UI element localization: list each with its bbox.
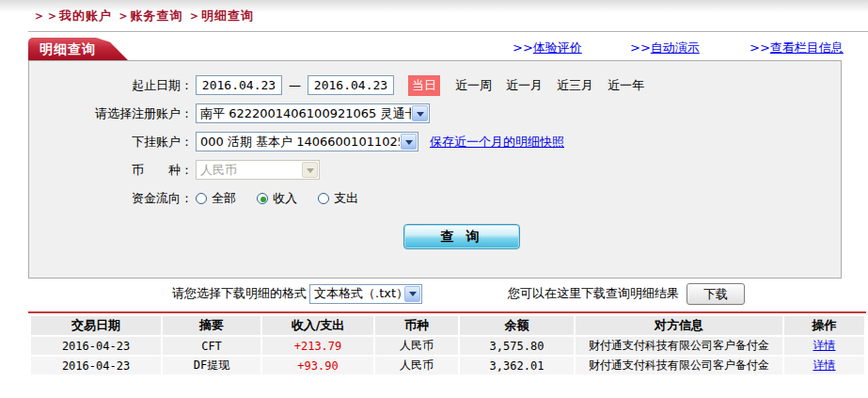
sub-account-row: 下挂账户： 000 活期 基本户 1406600101102571848 保存近… [29, 131, 841, 152]
table-top-divider [28, 311, 866, 313]
breadcrumb-separator: ＞ [118, 8, 131, 23]
dropdown-arrow-icon[interactable] [401, 134, 417, 150]
breadcrumb-item-detail-query[interactable]: 明细查询 [201, 8, 254, 23]
date-from-input[interactable] [196, 75, 282, 95]
dropdown-arrow-icon [302, 162, 318, 178]
snapshot-link[interactable]: 保存近一个月的明细快照 [430, 134, 564, 151]
col-header-action: 操作 [784, 316, 864, 335]
flow-direction-row: 资金流向： 全部 收入 支出 [29, 187, 841, 209]
sub-account-label: 下挂账户： [29, 134, 193, 151]
registered-account-label: 请选择注册账户： [29, 105, 193, 122]
table-row: 2016-04-23 CFT +213.79 人民币 3,575.80 财付通支… [31, 337, 864, 355]
transactions-table: 交易日期 摘要 收入/支出 币种 余额 对方信息 操作 2016-04-23 C… [29, 314, 866, 376]
registered-account-value: 南平 6222001406100921065 灵通卡 [197, 105, 411, 122]
radio-label: 支出 [334, 190, 358, 207]
breadcrumb-prefix: ＞＞ [33, 8, 59, 23]
range-last-month[interactable]: 近一月 [506, 77, 543, 94]
col-header-amount: 收入/支出 [262, 316, 373, 335]
link-column-info[interactable]: >>查看栏目信息 [750, 40, 844, 56]
download-button[interactable]: 下载 [687, 283, 745, 305]
cell-currency: 人民币 [375, 357, 458, 374]
radio-income[interactable]: 收入 [257, 190, 297, 207]
currency-label: 币 种： [29, 162, 193, 179]
download-row: 请您选择下载明细的格式 文本格式（.txt） 您可以在这里下载查询明细结果 下载 [28, 282, 868, 305]
cell-date: 2016-04-23 [31, 337, 161, 355]
breadcrumb: ＞＞我的账户 ＞账务查询 ＞明细查询 [33, 8, 254, 24]
radio-label: 全部 [212, 190, 236, 207]
radio-expense[interactable]: 支出 [318, 190, 358, 207]
header-links: >>体验评价 >>自动演示 >>查看栏目信息 [0, 40, 868, 55]
currency-row: 币 种： 人民币 [29, 159, 841, 181]
flow-radio-group: 全部 收入 支出 [196, 190, 379, 207]
radio-icon [196, 193, 207, 204]
link-prefix: >> [513, 40, 533, 55]
query-form-panel: 起止日期： — 当日 近一周 近一月 近三月 近一年 请选择注册账户： 南平 6… [28, 60, 842, 279]
sub-account-value: 000 活期 基本户 1406600101102571848 [197, 134, 400, 151]
table-row: 2016-04-23 DF提现 +93.90 人民币 3,362.01 财付通支… [31, 357, 864, 374]
flow-direction-label: 资金流向： [29, 190, 193, 207]
cell-balance: 3,362.01 [460, 357, 574, 374]
currency-value: 人民币 [197, 162, 301, 179]
cell-counterparty: 财付通支付科技有限公司客户备付金 [576, 337, 782, 355]
date-dash: — [289, 78, 301, 92]
table-header-row: 交易日期 摘要 收入/支出 币种 余额 对方信息 操作 [31, 316, 864, 335]
radio-label: 收入 [273, 190, 297, 207]
breadcrumb-divider [28, 31, 868, 32]
cell-summary: CFT [163, 337, 260, 355]
link-prefix: >> [630, 40, 651, 55]
radio-all[interactable]: 全部 [196, 190, 236, 207]
col-header-balance: 余额 [460, 316, 574, 335]
date-range-row: 起止日期： — 当日 近一周 近一月 近三月 近一年 [29, 74, 841, 96]
dropdown-arrow-icon[interactable] [404, 286, 420, 302]
date-to-input[interactable] [308, 75, 394, 95]
registered-account-select[interactable]: 南平 6222001406100921065 灵通卡 [196, 103, 430, 123]
radio-icon [318, 193, 329, 204]
breadcrumb-item-account-query[interactable]: 账务查询 [131, 8, 183, 23]
link-label: 自动演示 [651, 40, 700, 55]
download-hint: 您可以在这里下载查询明细结果 [508, 285, 679, 302]
range-last-week[interactable]: 近一周 [455, 77, 492, 94]
link-prefix: >> [750, 40, 770, 55]
quick-ranges: 近一周 近一月 近三月 近一年 [455, 77, 644, 94]
cell-summary: DF提现 [163, 357, 260, 374]
link-auto-demo[interactable]: >>自动演示 [630, 40, 700, 56]
breadcrumb-item-my-account[interactable]: 我的账户 [59, 8, 112, 23]
link-experience-review[interactable]: >>体验评价 [513, 40, 582, 56]
col-header-currency: 币种 [375, 316, 458, 335]
col-header-counterparty: 对方信息 [576, 316, 782, 335]
link-label: 体验评价 [533, 40, 582, 55]
today-badge[interactable]: 当日 [408, 75, 440, 96]
link-label: 查看栏目信息 [770, 40, 844, 55]
range-last-year[interactable]: 近一年 [608, 77, 644, 94]
registered-account-row: 请选择注册账户： 南平 6222001406100921065 灵通卡 [29, 103, 841, 124]
radio-icon [257, 193, 268, 204]
cell-amount: +213.79 [262, 337, 373, 355]
download-format-value: 文本格式（.txt） [310, 285, 403, 302]
cell-currency: 人民币 [375, 337, 458, 355]
col-header-date: 交易日期 [31, 316, 161, 335]
cell-amount: +93.90 [262, 357, 373, 374]
range-last-3-months[interactable]: 近三月 [557, 77, 593, 94]
detail-link[interactable]: 详情 [813, 339, 836, 352]
dropdown-arrow-icon[interactable] [412, 105, 428, 121]
cell-counterparty: 财付通支付科技有限公司客户备付金 [576, 357, 782, 374]
download-format-select[interactable]: 文本格式（.txt） [309, 284, 422, 304]
breadcrumb-separator: ＞ [188, 8, 201, 23]
detail-link[interactable]: 详情 [813, 358, 836, 372]
cell-balance: 3,575.80 [460, 337, 574, 355]
download-format-label: 请您选择下载明细的格式 [172, 285, 307, 302]
currency-select-disabled: 人民币 [196, 160, 320, 180]
col-header-summary: 摘要 [163, 316, 260, 335]
cell-date: 2016-04-23 [31, 357, 161, 374]
sub-account-select[interactable]: 000 活期 基本户 1406600101102571848 [196, 132, 418, 151]
query-button[interactable]: 查 询 [403, 224, 520, 249]
date-range-label: 起止日期： [29, 77, 193, 94]
